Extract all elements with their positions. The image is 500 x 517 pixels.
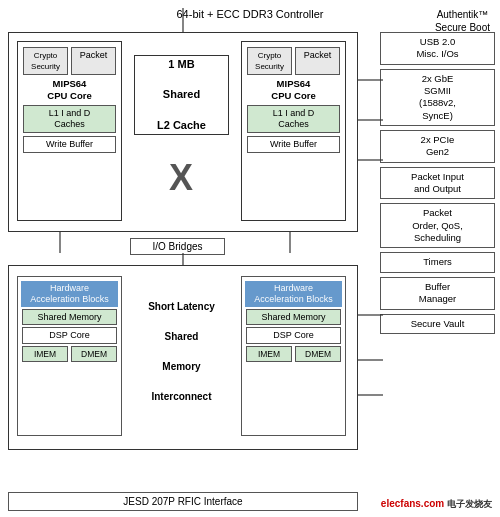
dsp-core-text-left: DSP Core — [49, 330, 89, 340]
write-buffer-right: Write Buffer — [247, 136, 340, 153]
dmem-text-left: DMEM — [81, 349, 107, 359]
packet-qos-text: Packet Order, QoS, Scheduling — [412, 207, 463, 243]
cache-1mb: 1 MB — [168, 57, 194, 72]
buffer-text: Buffer Manager — [419, 281, 457, 304]
crypto-security-right: Crypto Security — [247, 47, 292, 75]
packet-io-box: Packet Input and Output — [380, 167, 495, 200]
top-right-label: Authentik™ Secure Boot — [435, 8, 490, 34]
shared-memory-text-right: Shared Memory — [261, 312, 325, 322]
watermark-sub-text: 电子发烧友 — [447, 499, 492, 509]
hw-accel-right: Hardware Acceleration Blocks Shared Memo… — [241, 276, 346, 436]
secure-vault-box: Secure Vault — [380, 314, 495, 334]
shared-memory-text-left: Shared Memory — [37, 312, 101, 322]
top-center-label: 64-bit + ECC DDR3 Controller — [176, 8, 323, 20]
dmem-left: DMEM — [71, 346, 117, 362]
dsp-core-right: DSP Core — [246, 327, 341, 344]
authentik-label: Authentik™ — [437, 9, 489, 20]
timers-box: Timers — [380, 252, 495, 272]
hw-title-text-left: Hardware Acceleration Blocks — [30, 283, 109, 304]
imem-text-right: IMEM — [258, 349, 280, 359]
crypto-label-right: Crypto Security — [255, 51, 284, 71]
packet-right: Packet — [295, 47, 340, 75]
packet-qos-box: Packet Order, QoS, Scheduling — [380, 203, 495, 248]
usb-text: USB 2.0 Misc. I/Os — [416, 36, 458, 59]
dmem-text-right: DMEM — [305, 349, 331, 359]
gbe-box: 2x GbE SGMII (1588v2, SyncE) — [380, 69, 495, 126]
diagram-container: 64-bit + ECC DDR3 Controller Authentik™ … — [0, 0, 500, 517]
shared-memory-left: Shared Memory — [22, 309, 117, 326]
cpu-block-right: Crypto Security Packet MIPS64 CPU Core L… — [241, 41, 346, 221]
write-buffer-text-right: Write Buffer — [270, 139, 317, 149]
l1-cache-text-left: L1 I and D Caches — [49, 108, 91, 129]
imem-dmem-row-right: IMEM DMEM — [246, 346, 341, 362]
short-latency-line4: Interconnect — [151, 389, 211, 404]
pcie-text: 2x PCIe Gen2 — [421, 134, 455, 157]
l1-cache-right: L1 I and D Caches — [247, 105, 340, 133]
bottom-outer-box: Hardware Acceleration Blocks Shared Memo… — [8, 265, 358, 450]
imem-text-left: IMEM — [34, 349, 56, 359]
secure-vault-text: Secure Vault — [411, 318, 465, 329]
l1-cache-left: L1 I and D Caches — [23, 105, 116, 133]
hw-title-right: Hardware Acceleration Blocks — [245, 281, 342, 307]
cpu-core-label-right: MIPS64 CPU Core — [242, 78, 345, 103]
write-buffer-left: Write Buffer — [23, 136, 116, 153]
cpu-block-left: Crypto Security Packet MIPS64 CPU Core L… — [17, 41, 122, 221]
right-sidebar: USB 2.0 Misc. I/Os 2x GbE SGMII (1588v2,… — [380, 32, 495, 334]
hw-accel-left: Hardware Acceleration Blocks Shared Memo… — [17, 276, 122, 436]
io-bridges-label: I/O Bridges — [130, 238, 225, 255]
cache-l2: L2 Cache — [157, 118, 206, 133]
shared-memory-right: Shared Memory — [246, 309, 341, 326]
jesd-text: JESD 207P RFIC Interface — [123, 496, 242, 507]
watermark-text: elecfans.com — [381, 498, 444, 509]
bottom-label: JESD 207P RFIC Interface — [8, 492, 358, 511]
pcie-box: 2x PCIe Gen2 — [380, 130, 495, 163]
packet-left: Packet — [71, 47, 116, 75]
packet-label-left: Packet — [80, 50, 108, 60]
dsp-core-left: DSP Core — [22, 327, 117, 344]
l1-cache-text-right: L1 I and D Caches — [273, 108, 315, 129]
short-latency-line1: Short Latency — [148, 299, 215, 314]
shared-cache-block: 1 MB Shared L2 Cache — [134, 55, 229, 135]
write-buffer-text-left: Write Buffer — [46, 139, 93, 149]
mips64-label-left: MIPS64 CPU Core — [47, 78, 91, 101]
dsp-core-text-right: DSP Core — [273, 330, 313, 340]
packet-label-right: Packet — [304, 50, 332, 60]
ddr3-label: 64-bit + ECC DDR3 Controller — [176, 8, 323, 20]
gbe-text: 2x GbE SGMII (1588v2, SyncE) — [419, 73, 456, 121]
dmem-right: DMEM — [295, 346, 341, 362]
mips64-label-right: MIPS64 CPU Core — [271, 78, 315, 101]
watermark: elecfans.com 电子发烧友 — [381, 498, 492, 511]
buffer-box: Buffer Manager — [380, 277, 495, 310]
x-symbol: X — [156, 153, 206, 203]
main-cpu-box: Crypto Security Packet MIPS64 CPU Core L… — [8, 32, 358, 232]
imem-dmem-row-left: IMEM DMEM — [22, 346, 117, 362]
short-latency-line2: Shared — [165, 329, 199, 344]
short-latency-line3: Memory — [162, 359, 200, 374]
hw-title-left: Hardware Acceleration Blocks — [21, 281, 118, 307]
packet-io-text: Packet Input and Output — [411, 171, 464, 194]
x-text: X — [169, 157, 193, 199]
usb-box: USB 2.0 Misc. I/Os — [380, 32, 495, 65]
imem-right: IMEM — [246, 346, 292, 362]
crypto-security-left: Crypto Security — [23, 47, 68, 75]
short-latency-block: Short Latency Shared Memory Interconnect — [134, 286, 229, 416]
io-bridges-text: I/O Bridges — [152, 241, 202, 252]
hw-title-text-right: Hardware Acceleration Blocks — [254, 283, 333, 304]
crypto-packet-row-right: Crypto Security Packet — [247, 47, 340, 75]
imem-left: IMEM — [22, 346, 68, 362]
timers-text: Timers — [423, 256, 452, 267]
crypto-packet-row-left: Crypto Security Packet — [23, 47, 116, 75]
cpu-core-label-left: MIPS64 CPU Core — [18, 78, 121, 103]
crypto-label-left: Crypto Security — [31, 51, 60, 71]
cache-shared: Shared — [163, 87, 200, 102]
